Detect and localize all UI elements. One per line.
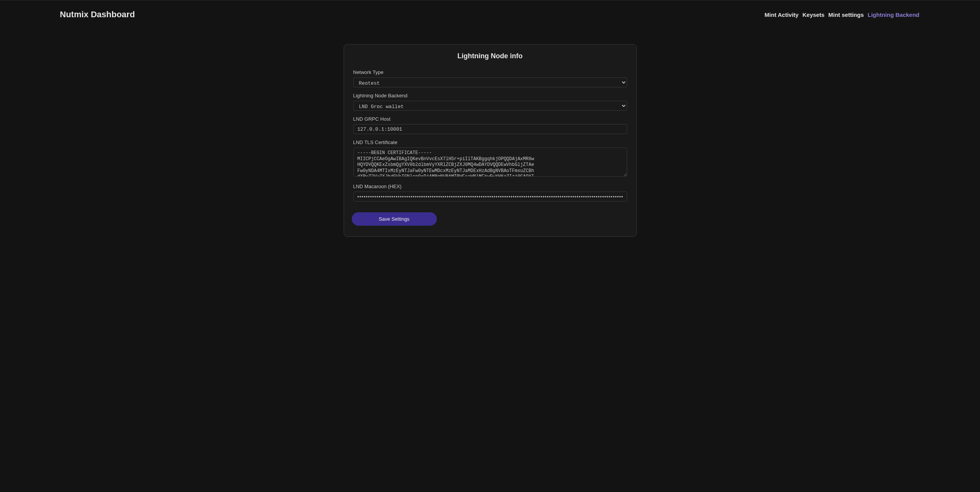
page-title: Nutmix Dashboard xyxy=(60,10,135,20)
lightning-node-card: Lightning Node info Network Type Regtest… xyxy=(344,44,637,237)
lightning-backend-select[interactable]: LND Grpc wallet xyxy=(353,101,627,111)
tls-cert-textarea[interactable]: -----BEGIN CERTIFICATE----- MIICPjCCAeOg… xyxy=(353,148,627,177)
macaroon-group: LND Macaroon (HEX) xyxy=(353,184,627,202)
lightning-backend-group: Lightning Node Backend LND Grpc wallet xyxy=(353,93,627,111)
network-type-group: Network Type Regtest xyxy=(353,69,627,87)
macaroon-input[interactable] xyxy=(353,192,627,202)
grpc-host-label: LND GRPC Host xyxy=(353,116,627,122)
nav-menu: Mint Activity Keysets Mint settings Ligh… xyxy=(764,11,920,18)
grpc-host-group: LND GRPC Host xyxy=(353,116,627,134)
network-type-label: Network Type xyxy=(353,69,627,75)
macaroon-label: LND Macaroon (HEX) xyxy=(353,184,627,189)
nav-mint-activity[interactable]: Mint Activity xyxy=(764,11,799,18)
nav-mint-settings[interactable]: Mint settings xyxy=(828,11,865,18)
nav-keysets[interactable]: Keysets xyxy=(802,11,825,18)
grpc-host-input[interactable] xyxy=(353,124,627,134)
card-title: Lightning Node info xyxy=(353,52,627,60)
header: Nutmix Dashboard Mint Activity Keysets M… xyxy=(0,0,980,29)
lightning-backend-label: Lightning Node Backend xyxy=(353,93,627,98)
tls-cert-label: LND TLS Certificate xyxy=(353,139,627,145)
content-area: Lightning Node info Network Type Regtest… xyxy=(0,29,980,237)
save-settings-button[interactable]: Save Settings xyxy=(352,212,437,226)
nav-lightning-backend[interactable]: Lightning Backend xyxy=(867,11,920,18)
network-type-select[interactable]: Regtest xyxy=(353,77,627,87)
tls-cert-group: LND TLS Certificate -----BEGIN CERTIFICA… xyxy=(353,139,627,178)
